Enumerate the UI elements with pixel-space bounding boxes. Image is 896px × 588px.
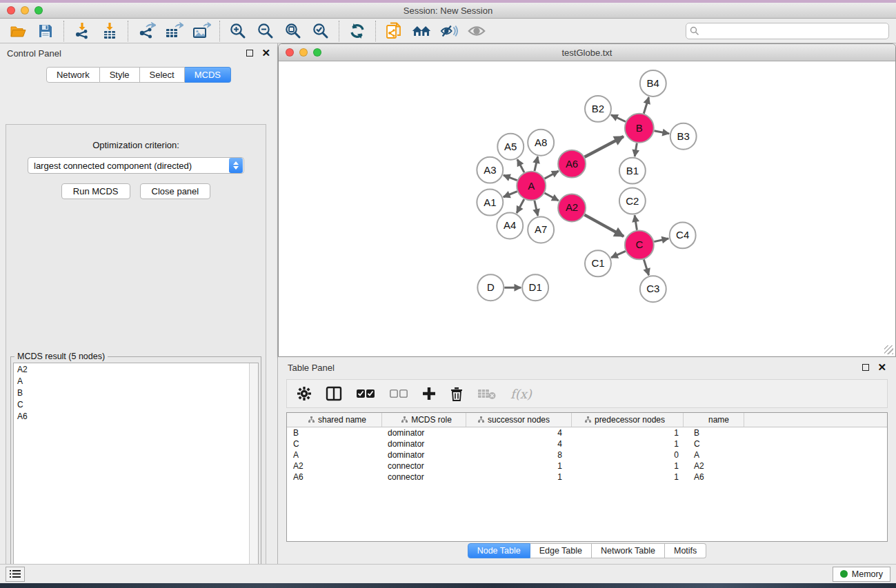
table-cell[interactable]: dominator — [382, 428, 466, 438]
table-cell[interactable]: A2 — [287, 461, 382, 471]
hide-network-eye-icon[interactable] — [439, 21, 459, 41]
graph-node-A6[interactable]: A6 — [558, 150, 586, 178]
select-stepper-icon[interactable] — [229, 158, 243, 173]
graph-node-A4[interactable]: A4 — [497, 212, 523, 239]
graph-node-A2[interactable]: A2 — [558, 194, 586, 222]
graph-node-C3[interactable]: C3 — [640, 276, 666, 302]
tab-motifs[interactable]: Motifs — [665, 543, 706, 558]
table-row[interactable]: A6connector11A6 — [287, 472, 887, 483]
graph-node-B1[interactable]: B1 — [619, 158, 646, 184]
table-cell[interactable]: 1 — [572, 461, 684, 471]
graph-node-A[interactable]: A — [517, 172, 546, 201]
gear-icon[interactable] — [297, 386, 312, 401]
eye-icon[interactable] — [467, 21, 486, 41]
table-cell[interactable]: 1 — [466, 461, 572, 471]
mcds-result-item[interactable]: C — [14, 398, 258, 410]
tab-edge-table[interactable]: Edge Table — [530, 543, 592, 558]
network-canvas[interactable]: AA2A6BCA1A3A4A5A7A8B1B2B3B4C1C2C3C4DD1 — [279, 61, 895, 356]
table-cell[interactable]: 1 — [572, 439, 684, 449]
graph-edge-A2-C[interactable] — [584, 215, 624, 236]
network-window-titlebar[interactable]: testGlobe.txt — [279, 44, 895, 61]
memory-button[interactable]: Memory — [833, 567, 890, 582]
table-cell[interactable]: C — [287, 439, 382, 449]
table-cell[interactable]: C — [684, 439, 744, 449]
table-cell[interactable]: A6 — [684, 472, 744, 482]
column-header-name[interactable]: name — [684, 413, 744, 427]
table-cell[interactable]: 8 — [466, 450, 572, 460]
network-graph[interactable]: AA2A6BCA1A3A4A5A7A8B1B2B3B4C1C2C3C4DD1 — [279, 61, 895, 356]
function-builder-icon[interactable]: f(x) — [510, 387, 532, 401]
save-icon[interactable] — [36, 21, 55, 41]
table-cell[interactable]: 1 — [572, 428, 684, 438]
delete-table-icon[interactable] — [477, 387, 497, 400]
close-panel-button[interactable]: Close panel — [140, 183, 211, 199]
table-cell[interactable]: A2 — [684, 461, 744, 471]
graph-edge-C-C3[interactable] — [644, 259, 648, 275]
tab-style[interactable]: Style — [100, 67, 140, 83]
export-network-icon[interactable] — [137, 21, 156, 41]
export-table-icon[interactable] — [164, 21, 183, 41]
graph-node-C[interactable]: C — [625, 230, 654, 259]
table-cell[interactable]: B — [287, 428, 382, 438]
homes-icon[interactable] — [412, 21, 431, 41]
graph-node-B2[interactable]: B2 — [585, 96, 611, 122]
graph-edge-A-A2[interactable] — [544, 193, 558, 201]
graph-node-A1[interactable]: A1 — [477, 190, 503, 216]
table-cell[interactable]: 1 — [466, 472, 572, 482]
mcds-result-item[interactable]: A6 — [14, 410, 258, 422]
graph-node-D[interactable]: D — [477, 274, 504, 301]
close-panel-icon[interactable]: ✕ — [261, 50, 270, 57]
add-icon[interactable] — [422, 387, 436, 401]
trash-icon[interactable] — [450, 386, 464, 401]
table-row[interactable]: A2connector11A2 — [287, 460, 887, 472]
table-cell[interactable]: A6 — [287, 472, 382, 482]
network-documents-icon[interactable] — [384, 21, 404, 41]
tab-select[interactable]: Select — [140, 67, 185, 83]
column-header-successor-nodes[interactable]: successor nodes — [466, 413, 572, 427]
import-network-icon[interactable] — [72, 21, 92, 41]
tab-network-table[interactable]: Network Table — [592, 543, 665, 558]
graph-node-A7[interactable]: A7 — [528, 216, 554, 243]
graph-edge-A6-B[interactable] — [585, 136, 624, 157]
column-header-predecessor-nodes[interactable]: predecessor nodes — [572, 413, 684, 427]
graph-edge-C-C1[interactable] — [611, 251, 626, 257]
graph-edge-A-A5[interactable] — [517, 159, 524, 172]
graph-edge-A-A1[interactable] — [504, 192, 517, 197]
run-mcds-button[interactable]: Run MCDS — [61, 183, 130, 199]
graph-node-C2[interactable]: C2 — [619, 188, 646, 214]
graph-node-C1[interactable]: C1 — [585, 250, 611, 276]
graph-edge-B-B1[interactable] — [635, 143, 637, 156]
graph-edge-B-B2[interactable] — [611, 115, 626, 122]
graph-edge-A-A3[interactable] — [504, 175, 517, 181]
select-all-icon[interactable] — [356, 388, 375, 399]
table-cell[interactable]: A — [287, 450, 382, 460]
table-row[interactable]: Adominator80A — [287, 449, 887, 460]
graph-edge-A-A8[interactable] — [535, 156, 538, 171]
open-icon[interactable] — [8, 21, 28, 41]
graph-node-B3[interactable]: B3 — [670, 123, 697, 150]
graph-node-A8[interactable]: A8 — [528, 130, 554, 156]
table-cell[interactable]: connector — [382, 472, 466, 482]
export-image-icon[interactable] — [192, 21, 211, 41]
graph-node-D1[interactable]: D1 — [522, 274, 548, 301]
graph-edge-B-B4[interactable] — [644, 97, 648, 114]
float-panel-icon[interactable] — [246, 50, 253, 57]
close-table-panel-icon[interactable]: ✕ — [877, 364, 886, 371]
column-header-MCDS-role[interactable]: MCDS role — [382, 413, 466, 427]
task-history-icon[interactable] — [6, 567, 25, 582]
import-table-icon[interactable] — [100, 21, 119, 41]
graph-node-A5[interactable]: A5 — [497, 134, 524, 160]
columns-icon[interactable] — [326, 386, 342, 401]
table-cell[interactable]: dominator — [382, 439, 466, 449]
table-cell[interactable]: 1 — [572, 472, 684, 482]
table-cell[interactable]: 0 — [572, 450, 684, 460]
graph-edge-A-A6[interactable] — [544, 171, 558, 179]
table-cell[interactable]: B — [684, 428, 744, 438]
table-cell[interactable]: connector — [382, 461, 466, 471]
graph-edge-A-A4[interactable] — [517, 199, 524, 213]
table-cell[interactable]: 4 — [466, 439, 572, 449]
table-cell[interactable]: 4 — [466, 428, 572, 438]
graph-node-B4[interactable]: B4 — [640, 70, 666, 97]
graph-edge-C-C2[interactable] — [635, 215, 637, 230]
window-resize-grip[interactable] — [884, 345, 893, 354]
